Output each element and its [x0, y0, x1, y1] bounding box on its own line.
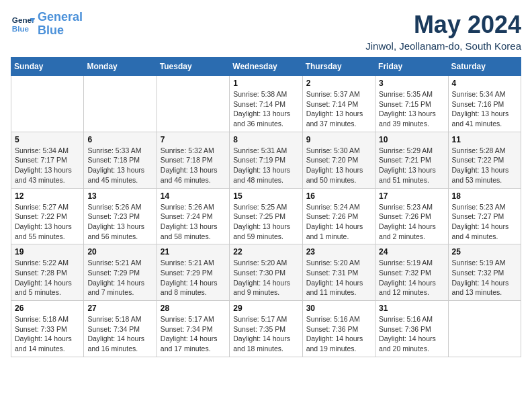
day-info: Sunrise: 5:30 AMSunset: 7:20 PMDaylight:… — [306, 146, 371, 185]
day-info: Sunrise: 5:25 AMSunset: 7:25 PMDaylight:… — [233, 202, 298, 242]
day-info: Sunrise: 5:34 AMSunset: 7:17 PMDaylight:… — [15, 146, 80, 185]
weekday-header-friday: Friday — [375, 58, 448, 76]
day-number: 14 — [161, 191, 226, 201]
day-number: 15 — [233, 191, 298, 201]
day-info: Sunrise: 5:27 AMSunset: 7:22 PMDaylight:… — [15, 202, 80, 242]
calendar-cell: 3Sunrise: 5:35 AMSunset: 7:15 PMDaylight… — [375, 76, 448, 132]
calendar-cell: 31Sunrise: 5:16 AMSunset: 7:36 PMDayligh… — [375, 301, 448, 357]
day-number: 13 — [87, 191, 152, 201]
calendar-cell: 20Sunrise: 5:21 AMSunset: 7:29 PMDayligh… — [84, 244, 157, 301]
calendar-cell — [157, 76, 229, 132]
day-info: Sunrise: 5:22 AMSunset: 7:28 PMDaylight:… — [15, 258, 80, 298]
day-number: 30 — [306, 304, 371, 313]
logo: General Blue General Blue — [11, 11, 83, 38]
day-number: 8 — [233, 135, 298, 144]
day-number: 4 — [452, 79, 517, 88]
calendar-table: SundayMondayTuesdayWednesdayThursdayFrid… — [11, 57, 521, 357]
day-info: Sunrise: 5:23 AMSunset: 7:27 PMDaylight:… — [452, 202, 517, 242]
svg-text:Blue: Blue — [12, 24, 30, 33]
calendar-cell: 18Sunrise: 5:23 AMSunset: 7:27 PMDayligh… — [448, 188, 521, 244]
calendar-cell: 2Sunrise: 5:37 AMSunset: 7:14 PMDaylight… — [302, 76, 375, 132]
day-number: 3 — [379, 79, 444, 88]
calendar-cell — [448, 301, 521, 357]
day-number: 26 — [15, 304, 80, 313]
day-info: Sunrise: 5:19 AMSunset: 7:32 PMDaylight:… — [379, 258, 444, 298]
day-number: 17 — [379, 191, 444, 201]
calendar-cell: 6Sunrise: 5:33 AMSunset: 7:18 PMDaylight… — [84, 132, 157, 188]
calendar-cell: 1Sunrise: 5:38 AMSunset: 7:14 PMDaylight… — [230, 76, 302, 132]
calendar-cell — [84, 76, 157, 132]
day-info: Sunrise: 5:28 AMSunset: 7:22 PMDaylight:… — [452, 146, 517, 185]
day-info: Sunrise: 5:16 AMSunset: 7:36 PMDaylight:… — [306, 314, 371, 354]
calendar-cell: 19Sunrise: 5:22 AMSunset: 7:28 PMDayligh… — [11, 244, 84, 301]
day-number: 25 — [452, 247, 517, 257]
calendar-cell: 28Sunrise: 5:17 AMSunset: 7:34 PMDayligh… — [157, 301, 229, 357]
calendar-cell: 4Sunrise: 5:34 AMSunset: 7:16 PMDaylight… — [448, 76, 521, 132]
calendar-cell: 10Sunrise: 5:29 AMSunset: 7:21 PMDayligh… — [375, 132, 448, 188]
day-info: Sunrise: 5:34 AMSunset: 7:16 PMDaylight:… — [452, 89, 517, 129]
day-info: Sunrise: 5:19 AMSunset: 7:32 PMDaylight:… — [452, 258, 517, 298]
title-block: May 2024 Jinwol, Jeollanam-do, South Kor… — [365, 11, 521, 52]
calendar-cell: 24Sunrise: 5:19 AMSunset: 7:32 PMDayligh… — [375, 244, 448, 301]
calendar-cell: 29Sunrise: 5:17 AMSunset: 7:35 PMDayligh… — [230, 301, 302, 357]
calendar-cell: 14Sunrise: 5:26 AMSunset: 7:24 PMDayligh… — [157, 188, 229, 244]
calendar-cell: 25Sunrise: 5:19 AMSunset: 7:32 PMDayligh… — [448, 244, 521, 301]
page-header: General Blue General Blue May 2024 Jinwo… — [11, 11, 521, 52]
calendar-cell: 15Sunrise: 5:25 AMSunset: 7:25 PMDayligh… — [230, 188, 302, 244]
weekday-header-row: SundayMondayTuesdayWednesdayThursdayFrid… — [11, 58, 521, 76]
day-info: Sunrise: 5:38 AMSunset: 7:14 PMDaylight:… — [233, 89, 298, 129]
calendar-cell: 9Sunrise: 5:30 AMSunset: 7:20 PMDaylight… — [302, 132, 375, 188]
day-info: Sunrise: 5:35 AMSunset: 7:15 PMDaylight:… — [379, 89, 444, 129]
calendar-week-4: 19Sunrise: 5:22 AMSunset: 7:28 PMDayligh… — [11, 244, 521, 301]
calendar-cell: 17Sunrise: 5:23 AMSunset: 7:26 PMDayligh… — [375, 188, 448, 244]
weekday-header-tuesday: Tuesday — [157, 58, 229, 76]
day-number: 29 — [233, 304, 298, 313]
day-number: 7 — [161, 135, 226, 144]
day-number: 20 — [87, 247, 152, 257]
calendar-week-1: 1Sunrise: 5:38 AMSunset: 7:14 PMDaylight… — [11, 76, 521, 132]
calendar-cell: 26Sunrise: 5:18 AMSunset: 7:33 PMDayligh… — [11, 301, 84, 357]
day-info: Sunrise: 5:33 AMSunset: 7:18 PMDaylight:… — [87, 146, 152, 185]
day-number: 19 — [15, 247, 80, 257]
weekday-header-wednesday: Wednesday — [230, 58, 302, 76]
day-info: Sunrise: 5:26 AMSunset: 7:23 PMDaylight:… — [87, 202, 152, 242]
logo-text: General Blue — [38, 11, 83, 38]
calendar-cell: 30Sunrise: 5:16 AMSunset: 7:36 PMDayligh… — [302, 301, 375, 357]
day-number: 28 — [161, 304, 226, 313]
day-number: 10 — [379, 135, 444, 144]
day-info: Sunrise: 5:20 AMSunset: 7:30 PMDaylight:… — [233, 258, 298, 298]
calendar-week-3: 12Sunrise: 5:27 AMSunset: 7:22 PMDayligh… — [11, 188, 521, 244]
weekday-header-thursday: Thursday — [302, 58, 375, 76]
calendar-cell: 5Sunrise: 5:34 AMSunset: 7:17 PMDaylight… — [11, 132, 84, 188]
day-number: 9 — [306, 135, 371, 144]
day-number: 6 — [87, 135, 152, 144]
day-info: Sunrise: 5:32 AMSunset: 7:18 PMDaylight:… — [161, 146, 226, 185]
weekday-header-sunday: Sunday — [11, 58, 84, 76]
day-info: Sunrise: 5:17 AMSunset: 7:35 PMDaylight:… — [233, 314, 298, 354]
calendar-cell: 21Sunrise: 5:21 AMSunset: 7:29 PMDayligh… — [157, 244, 229, 301]
day-number: 12 — [15, 191, 80, 201]
day-info: Sunrise: 5:31 AMSunset: 7:19 PMDaylight:… — [233, 146, 298, 185]
day-number: 21 — [161, 247, 226, 257]
day-number: 16 — [306, 191, 371, 201]
calendar-cell: 23Sunrise: 5:20 AMSunset: 7:31 PMDayligh… — [302, 244, 375, 301]
day-number: 23 — [306, 247, 371, 257]
calendar-cell: 12Sunrise: 5:27 AMSunset: 7:22 PMDayligh… — [11, 188, 84, 244]
day-number: 22 — [233, 247, 298, 257]
calendar-cell: 7Sunrise: 5:32 AMSunset: 7:18 PMDaylight… — [157, 132, 229, 188]
calendar-cell: 8Sunrise: 5:31 AMSunset: 7:19 PMDaylight… — [230, 132, 302, 188]
calendar-cell: 27Sunrise: 5:18 AMSunset: 7:34 PMDayligh… — [84, 301, 157, 357]
calendar-cell: 13Sunrise: 5:26 AMSunset: 7:23 PMDayligh… — [84, 188, 157, 244]
day-info: Sunrise: 5:37 AMSunset: 7:14 PMDaylight:… — [306, 89, 371, 129]
weekday-header-saturday: Saturday — [448, 58, 521, 76]
day-info: Sunrise: 5:20 AMSunset: 7:31 PMDaylight:… — [306, 258, 371, 298]
calendar-week-5: 26Sunrise: 5:18 AMSunset: 7:33 PMDayligh… — [11, 301, 521, 357]
day-info: Sunrise: 5:18 AMSunset: 7:33 PMDaylight:… — [15, 314, 80, 354]
weekday-header-monday: Monday — [84, 58, 157, 76]
day-info: Sunrise: 5:18 AMSunset: 7:34 PMDaylight:… — [87, 314, 152, 354]
day-info: Sunrise: 5:23 AMSunset: 7:26 PMDaylight:… — [379, 202, 444, 242]
day-info: Sunrise: 5:24 AMSunset: 7:26 PMDaylight:… — [306, 202, 371, 242]
day-info: Sunrise: 5:16 AMSunset: 7:36 PMDaylight:… — [379, 314, 444, 354]
day-info: Sunrise: 5:29 AMSunset: 7:21 PMDaylight:… — [379, 146, 444, 185]
calendar-subtitle: Jinwol, Jeollanam-do, South Korea — [365, 40, 521, 52]
